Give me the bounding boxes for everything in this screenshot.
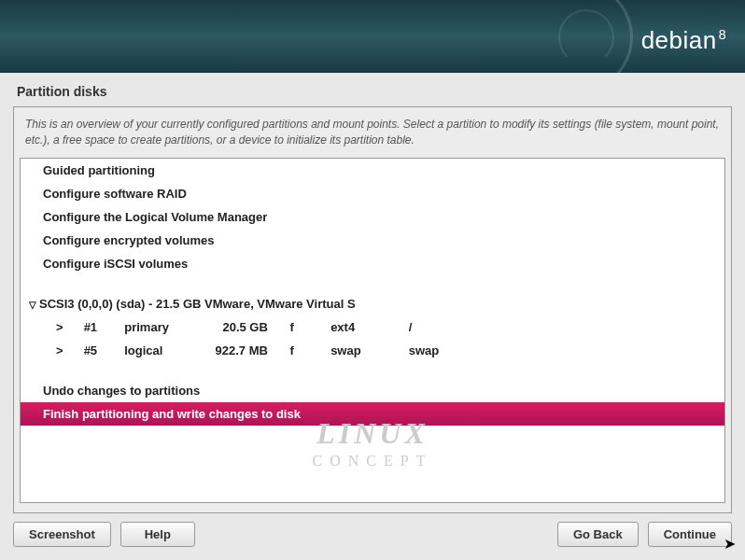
content-frame: This is an overview of your currently co… [13, 106, 732, 513]
menu-guided-partitioning[interactable]: Guided partitioning [21, 159, 724, 182]
go-back-button[interactable]: Go Back [557, 522, 639, 547]
partition-indicator: > [43, 320, 80, 334]
page-title: Partition disks [0, 73, 745, 106]
help-button[interactable]: Help [120, 522, 195, 547]
disk-entry[interactable]: ▽SCSI3 (0,0,0) (sda) - 21.5 GB VMware, V… [21, 292, 724, 315]
spacer [204, 522, 548, 547]
description-text: This is an overview of your currently co… [20, 113, 725, 158]
partition-flag: f [290, 320, 328, 334]
partition-size: 922.7 MB [203, 343, 287, 357]
screenshot-button[interactable]: Screenshot [13, 522, 111, 547]
installer-header: debian8 [0, 0, 745, 73]
partition-filesystem: ext4 [330, 320, 405, 334]
partition-flag: f [290, 343, 328, 357]
partition-type: logical [124, 343, 199, 357]
partition-mount: / [409, 320, 465, 334]
partition-number: #5 [84, 343, 121, 357]
partition-mount: swap [409, 343, 465, 357]
spacer [21, 275, 724, 292]
partition-listbox[interactable]: Guided partitioning Configure software R… [20, 158, 725, 503]
partition-row[interactable]: > #5 logical 922.7 MB f swap swap [21, 339, 724, 362]
partition-type: primary [124, 320, 199, 334]
partition-row[interactable]: > #1 primary 20.5 GB f ext4 / [21, 315, 724, 339]
partition-size: 20.5 GB [203, 320, 287, 334]
partition-filesystem: swap [330, 343, 405, 357]
brand-logo: debian8 [641, 26, 726, 55]
expand-triangle-icon: ▽ [26, 300, 39, 310]
continue-button[interactable]: Continue [648, 522, 732, 547]
swirl-decoration-2 [558, 9, 614, 65]
button-bar: Screenshot Help Go Back Continue [13, 522, 732, 547]
partition-indicator: > [43, 343, 80, 357]
spacer [21, 362, 724, 379]
menu-configure-encrypted[interactable]: Configure encrypted volumes [21, 229, 724, 252]
menu-undo-changes[interactable]: Undo changes to partitions [21, 379, 724, 402]
partition-number: #1 [84, 320, 121, 334]
menu-configure-raid[interactable]: Configure software RAID [21, 182, 724, 205]
menu-configure-lvm[interactable]: Configure the Logical Volume Manager [21, 205, 724, 229]
menu-configure-iscsi[interactable]: Configure iSCSI volumes [21, 252, 724, 275]
menu-finish-partitioning[interactable]: Finish partitioning and write changes to… [21, 402, 724, 426]
